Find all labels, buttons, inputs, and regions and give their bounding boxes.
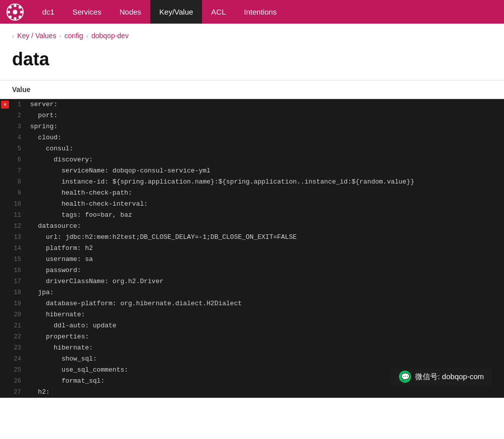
code-content: database-platform: org.hibernate.dialect… [28, 298, 504, 309]
code-content: username: sa [28, 254, 504, 265]
line-number: 9 [18, 188, 21, 199]
svg-point-7 [19, 15, 21, 18]
code-content: show_sql: [28, 354, 504, 365]
value-header: Value [0, 80, 504, 99]
nav-dc1[interactable]: dc1 [33, 0, 63, 24]
code-content: consul: [28, 143, 504, 154]
code-line: 11 tags: foo=bar, baz [0, 210, 504, 221]
logo [6, 3, 24, 21]
code-line: 9 health-check-path: [0, 188, 504, 199]
code-line: 24 show_sql: [0, 354, 504, 365]
svg-point-1 [13, 10, 18, 14]
line-number: 25 [14, 365, 21, 376]
code-content: url: jdbc:h2:mem:h2test;DB_CLOSE_DELAY=-… [28, 232, 504, 243]
line-number: 5 [18, 143, 21, 154]
nav-services[interactable]: Services [63, 0, 111, 24]
line-number: 6 [18, 154, 21, 165]
code-line: ✕1server: [0, 99, 504, 110]
code-line: 13 url: jdbc:h2:mem:h2test;DB_CLOSE_DELA… [0, 232, 504, 243]
line-number: 12 [14, 221, 21, 232]
code-line: 19 database-platform: org.hibernate.dial… [0, 298, 504, 309]
nav-keyvalue[interactable]: Key/Value [150, 0, 202, 24]
line-number: 21 [14, 320, 21, 331]
breadcrumb-keyvalues[interactable]: Key / Values [17, 32, 56, 40]
line-number: 16 [14, 265, 21, 276]
svg-point-6 [9, 6, 12, 8]
svg-point-5 [20, 11, 23, 13]
line-number: 13 [14, 232, 21, 243]
code-line: 21 ddl-auto: update [0, 320, 504, 331]
svg-point-2 [14, 4, 16, 7]
code-content: port: [28, 110, 504, 121]
breadcrumb-dobqop-dev[interactable]: dobqop-dev [91, 32, 129, 40]
line-number: 10 [14, 199, 21, 210]
code-line: 20 hibernate: [0, 309, 504, 320]
line-number: 15 [14, 254, 21, 265]
code-content: hibernate: [28, 342, 504, 354]
line-number: 8 [18, 177, 21, 188]
code-content: h2: [28, 387, 504, 398]
code-content: cloud: [28, 132, 504, 143]
nav-intentions[interactable]: Intentions [235, 0, 286, 24]
line-number: 4 [18, 132, 21, 143]
line-number: 26 [14, 376, 21, 387]
svg-point-4 [8, 11, 10, 13]
code-line: 25 use_sql_comments: [0, 365, 504, 376]
code-line: 15 username: sa [0, 254, 504, 265]
breadcrumb: ‹ Key / Values ‹ config ‹ dobqop-dev [0, 24, 504, 44]
code-content: ddl-auto: update [28, 320, 504, 331]
code-line: 2 port: [0, 110, 504, 121]
code-content: format_sql: [28, 376, 504, 387]
code-content: health-check-interval: [28, 199, 504, 210]
line-number: 19 [14, 298, 21, 309]
code-content: jpa: [28, 287, 504, 298]
line-number: 1 [18, 99, 21, 110]
line-number: 3 [18, 121, 21, 132]
code-content: instance-id: ${spring.application.name}:… [28, 177, 504, 188]
code-line: 6 discovery: [0, 154, 504, 165]
code-content: properties: [28, 331, 504, 342]
breadcrumb-config[interactable]: config [64, 32, 83, 40]
breadcrumb-sep1: ‹ [59, 32, 61, 40]
breadcrumb-chevron: ‹ [12, 32, 14, 40]
code-editor[interactable]: ✕1server:2 port: 3spring:4 cloud:5 consu… [0, 99, 504, 398]
code-line: 14 platform: h2 [0, 243, 504, 254]
code-content: server: [28, 99, 504, 110]
code-line: 17 driverClassName: org.h2.Driver [0, 276, 504, 287]
code-content: use_sql_comments: [28, 365, 504, 376]
code-line: 23 hibernate: [0, 342, 504, 354]
line-number: 17 [14, 276, 21, 287]
code-line: 8 instance-id: ${spring.application.name… [0, 177, 504, 188]
error-badge: ✕ [1, 101, 9, 109]
line-number: 22 [14, 331, 21, 342]
code-line: 16 password: [0, 265, 504, 276]
code-line: 3spring: [0, 121, 504, 132]
code-content: platform: h2 [28, 243, 504, 254]
code-content: discovery: [28, 154, 504, 165]
line-number: 24 [14, 354, 21, 365]
code-wrapper: ✕1server:2 port: 3spring:4 cloud:5 consu… [0, 99, 504, 398]
code-line: 4 cloud: [0, 132, 504, 143]
code-content: spring: [28, 121, 504, 132]
line-number: 23 [14, 342, 21, 354]
line-number: 11 [14, 210, 21, 221]
nav-nodes[interactable]: Nodes [111, 0, 150, 24]
line-number: 20 [14, 309, 21, 320]
code-content: datasource: [28, 221, 504, 232]
breadcrumb-sep2: ‹ [86, 32, 88, 40]
code-line: 10 health-check-interval: [0, 199, 504, 210]
svg-point-9 [9, 15, 12, 18]
nav-acl[interactable]: ACL [202, 0, 235, 24]
navbar: dc1 Services Nodes Key/Value ACL Intenti… [0, 0, 504, 24]
code-content: password: [28, 265, 504, 276]
svg-point-3 [14, 17, 16, 19]
code-line: 22 properties: [0, 331, 504, 342]
line-number: 2 [18, 110, 21, 121]
code-content: hibernate: [28, 309, 504, 320]
code-content: driverClassName: org.h2.Driver [28, 276, 504, 287]
code-content: serviceName: dobqop-consul-service-yml [28, 165, 504, 177]
line-number: 27 [14, 387, 21, 398]
page-title: data [0, 44, 504, 80]
code-line: 27 h2: [0, 387, 504, 398]
line-number: 18 [14, 287, 21, 298]
